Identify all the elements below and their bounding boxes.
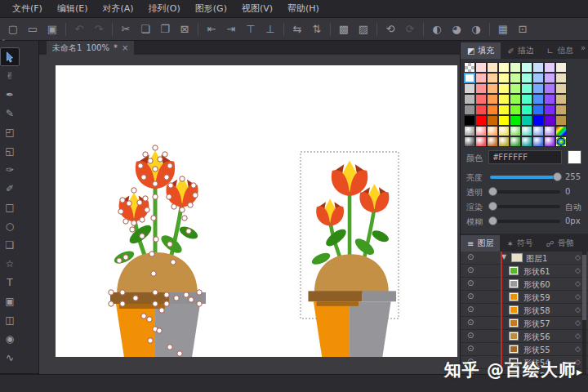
palette-swatch[interactable] <box>487 126 498 136</box>
control-point[interactable] <box>133 296 138 301</box>
palette-swatch[interactable] <box>532 126 544 136</box>
cut-icon[interactable]: ✂ <box>116 20 136 38</box>
visibility-eye-icon[interactable]: ⊙ <box>467 252 474 261</box>
palette-swatch[interactable] <box>464 115 475 126</box>
palette-swatch[interactable] <box>475 62 487 73</box>
menu-item-arrange[interactable]: 排列(O) <box>141 0 188 18</box>
palette-swatch[interactable] <box>487 62 498 73</box>
control-point[interactable] <box>143 196 148 201</box>
layer-list-scrollbar[interactable] <box>582 252 586 374</box>
tab-bones[interactable]: ☍骨骼 <box>540 235 581 252</box>
palette-swatch[interactable] <box>555 126 567 136</box>
control-point[interactable] <box>138 163 143 168</box>
delete-icon[interactable]: ⊠ <box>175 20 194 38</box>
palette-swatch[interactable] <box>532 115 544 126</box>
flower-pot-artwork[interactable] <box>308 160 396 357</box>
control-point[interactable] <box>158 157 163 162</box>
tab-info[interactable]: ∟信息 <box>541 42 580 59</box>
canvas-area[interactable] <box>39 55 460 374</box>
actual-size-icon[interactable]: ⊡ <box>513 20 532 38</box>
pen-tool[interactable]: ✒ <box>0 85 20 104</box>
visibility-eye-icon[interactable]: ⊙ <box>467 318 474 327</box>
ellipse-tool[interactable]: ○ <box>0 216 20 235</box>
control-point[interactable] <box>109 301 114 306</box>
outline-color-icon[interactable]: ◇ <box>575 332 581 340</box>
control-point[interactable] <box>164 175 169 180</box>
grid-icon[interactable]: ▦ <box>493 20 513 38</box>
control-point[interactable] <box>145 207 149 212</box>
visibility-eye-icon[interactable]: ⊙ <box>467 292 474 301</box>
free-transform-tool[interactable]: ◰ <box>0 122 20 141</box>
control-point[interactable] <box>147 317 152 322</box>
control-point[interactable] <box>191 183 196 188</box>
callout-tool[interactable]: ❑ <box>0 235 20 254</box>
new-icon[interactable]: ▢ <box>3 20 23 38</box>
palette-swatch[interactable] <box>498 83 510 94</box>
control-point[interactable] <box>120 290 125 295</box>
control-point[interactable] <box>177 351 182 356</box>
palette-swatch[interactable] <box>475 136 487 147</box>
spiral-tool[interactable]: ◉ <box>0 329 20 348</box>
star-tool[interactable]: ☆ <box>0 254 20 273</box>
palette-swatch[interactable] <box>521 136 532 147</box>
align-left-icon[interactable]: ⇤ <box>202 20 221 38</box>
brush-tool[interactable]: ✑ <box>0 160 20 179</box>
eyedropper-tool[interactable]: ✐ <box>0 179 20 198</box>
visibility-eye-icon[interactable]: ⊙ <box>467 331 474 340</box>
select-tool[interactable] <box>0 47 20 66</box>
palette-swatch[interactable] <box>510 83 521 94</box>
layer-row[interactable]: ⊙形状57◇ <box>461 317 588 330</box>
palette-swatch[interactable] <box>475 105 487 115</box>
control-point[interactable] <box>197 301 202 306</box>
save-icon[interactable]: ▣ <box>42 20 62 38</box>
control-point[interactable] <box>193 193 198 198</box>
control-point[interactable] <box>180 207 185 212</box>
palette-swatch[interactable] <box>555 73 567 83</box>
control-point[interactable] <box>167 163 172 168</box>
control-point[interactable] <box>180 176 185 181</box>
palette-swatch[interactable] <box>464 136 475 147</box>
palette-swatch[interactable] <box>464 126 475 136</box>
menu-item-file[interactable]: 文件(F) <box>5 0 50 18</box>
palette-swatch[interactable] <box>521 62 532 73</box>
palette-swatch[interactable] <box>510 115 521 126</box>
layer-row[interactable]: ⊙形状60◇ <box>461 278 588 291</box>
control-point[interactable] <box>164 292 169 297</box>
control-point[interactable] <box>117 258 122 263</box>
palette-swatch[interactable] <box>475 115 487 126</box>
color-hex-input[interactable] <box>488 150 562 164</box>
control-point[interactable] <box>148 338 153 343</box>
control-point[interactable] <box>153 181 158 186</box>
palette-swatch[interactable] <box>532 83 544 94</box>
control-point[interactable] <box>153 290 158 295</box>
outline-color-icon[interactable]: ◇ <box>575 305 581 314</box>
control-point[interactable] <box>153 194 158 199</box>
text-tool[interactable]: T <box>0 273 20 292</box>
align-top-icon[interactable]: ⊤ <box>241 20 261 38</box>
palette-swatch[interactable] <box>555 94 567 105</box>
outline-color-icon[interactable]: ◇ <box>575 279 581 287</box>
control-point[interactable] <box>163 152 167 157</box>
align-bottom-icon[interactable]: ⊥ <box>261 20 280 38</box>
paste-icon[interactable]: ❐ <box>155 20 175 38</box>
control-point[interactable] <box>167 345 172 350</box>
canvas-page[interactable] <box>56 65 457 357</box>
tab-close-icon[interactable]: × <box>122 43 128 52</box>
rotate-left-icon[interactable]: ⟲ <box>381 20 400 38</box>
control-point[interactable] <box>131 220 136 225</box>
control-point[interactable] <box>120 301 125 306</box>
control-point[interactable] <box>149 252 154 256</box>
fill-solid-icon[interactable]: ◐ <box>427 20 447 38</box>
control-point[interactable] <box>189 297 194 302</box>
control-point[interactable] <box>140 234 145 238</box>
palette-swatch[interactable] <box>532 105 544 115</box>
control-point[interactable] <box>164 301 169 306</box>
control-point[interactable] <box>159 308 164 313</box>
palette-swatch[interactable] <box>498 115 510 126</box>
pencil-tool[interactable]: ✎ <box>0 104 20 122</box>
palette-swatch[interactable] <box>498 94 510 105</box>
blur-slider[interactable] <box>490 220 560 223</box>
control-point[interactable] <box>148 158 153 163</box>
control-point[interactable] <box>123 219 128 224</box>
visibility-eye-icon[interactable]: ⊙ <box>467 344 474 353</box>
